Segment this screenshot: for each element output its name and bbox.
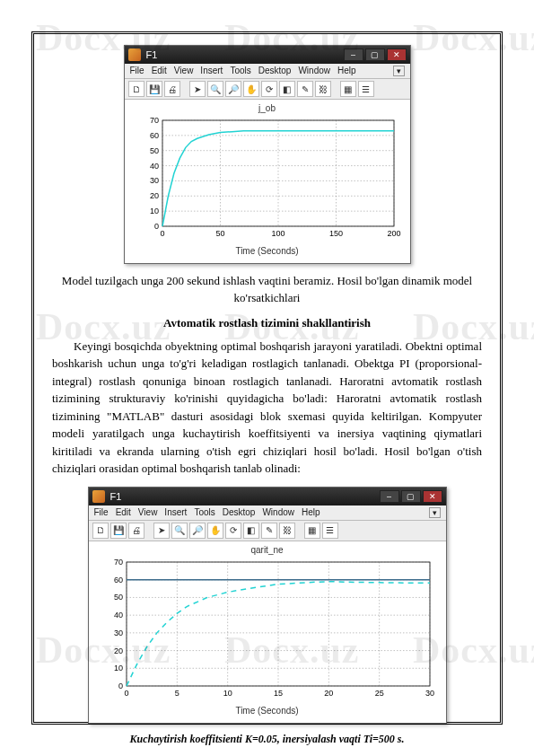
- svg-text:0: 0: [160, 229, 164, 238]
- zoom-in-icon[interactable]: 🔍: [171, 523, 188, 539]
- save-icon[interactable]: 💾: [110, 523, 127, 539]
- pointer-icon[interactable]: ➤: [153, 523, 170, 539]
- menubar: File Edit View Insert Tools Desktop Wind…: [125, 64, 410, 79]
- svg-text:10: 10: [223, 689, 232, 698]
- svg-text:0: 0: [153, 222, 158, 231]
- svg-rect-27: [127, 562, 430, 686]
- matlab-figure-window-1: F1 – ▢ ✕ File Edit View Insert Tools Des…: [124, 45, 411, 264]
- link-icon[interactable]: ⛓: [315, 81, 331, 97]
- menu-insert[interactable]: Insert: [200, 66, 223, 76]
- menu-file[interactable]: File: [94, 507, 109, 518]
- new-icon[interactable]: 🗋: [128, 81, 144, 97]
- colorbar-icon[interactable]: ▦: [304, 523, 320, 539]
- menu-desktop[interactable]: Desktop: [223, 507, 256, 518]
- window-title: F1: [146, 49, 158, 60]
- maximize-button[interactable]: ▢: [401, 490, 421, 503]
- menu-edit[interactable]: Edit: [116, 507, 131, 518]
- pan-icon[interactable]: ✋: [243, 81, 259, 97]
- menu-view[interactable]: View: [174, 66, 194, 76]
- minimize-button[interactable]: –: [380, 490, 399, 503]
- svg-text:50: 50: [113, 593, 122, 602]
- body-paragraph: Keyingi bosqichda obyektning optimal bos…: [52, 338, 482, 478]
- menu-edit[interactable]: Edit: [152, 66, 167, 76]
- titlebar[interactable]: F1 – ▢ ✕: [125, 46, 410, 64]
- colorbar-icon[interactable]: ▦: [340, 81, 356, 97]
- brush-icon[interactable]: ✎: [261, 523, 277, 539]
- menu-help[interactable]: Help: [302, 507, 320, 518]
- svg-text:30: 30: [425, 689, 433, 698]
- svg-text:50: 50: [149, 146, 158, 155]
- svg-text:40: 40: [149, 162, 158, 171]
- svg-text:10: 10: [113, 664, 122, 672]
- pointer-icon[interactable]: ➤: [189, 81, 206, 97]
- legend-icon[interactable]: ☰: [322, 523, 338, 539]
- menu-file[interactable]: File: [130, 66, 144, 76]
- menu-tools[interactable]: Tools: [194, 507, 214, 518]
- zoom-out-icon[interactable]: 🔎: [189, 523, 206, 539]
- rotate-icon[interactable]: ⟳: [261, 81, 277, 97]
- print-icon[interactable]: 🖨: [164, 81, 180, 97]
- menu-dock-icon[interactable]: ▾: [429, 507, 441, 518]
- save-icon[interactable]: 💾: [146, 81, 162, 97]
- rotate-icon[interactable]: ⟳: [225, 523, 241, 539]
- menu-window[interactable]: Window: [262, 507, 294, 518]
- svg-text:100: 100: [271, 229, 285, 238]
- pan-icon[interactable]: ✋: [207, 523, 223, 539]
- svg-text:60: 60: [113, 575, 122, 584]
- svg-text:30: 30: [113, 629, 122, 637]
- matlab-figure-window-2: F1 – ▢ ✕ File Edit View Insert Tools Des…: [88, 487, 447, 724]
- window-title: F1: [110, 491, 122, 502]
- new-icon[interactable]: 🗋: [92, 523, 109, 539]
- legend-icon[interactable]: ☰: [358, 81, 374, 97]
- plot-title: qarit_ne: [98, 545, 437, 555]
- menu-view[interactable]: View: [138, 507, 158, 518]
- figure-caption-2: Kuchaytirish koeffitsienti K=0.05, iners…: [52, 733, 482, 746]
- chart-2: 051015202530010203040506070: [98, 557, 437, 700]
- svg-text:25: 25: [374, 689, 383, 698]
- svg-text:0: 0: [118, 681, 122, 690]
- brush-icon[interactable]: ✎: [297, 81, 313, 97]
- matlab-icon: [92, 490, 105, 503]
- menu-desktop[interactable]: Desktop: [258, 66, 292, 76]
- svg-text:20: 20: [324, 689, 333, 698]
- toolbar: 🗋 💾 🖨 ➤ 🔍 🔎 ✋ ⟳ ◧ ✎ ⛓ ▦ ☰: [125, 79, 410, 100]
- link-icon[interactable]: ⛓: [279, 523, 295, 539]
- svg-text:20: 20: [149, 191, 158, 200]
- svg-text:30: 30: [149, 176, 158, 185]
- datacursor-icon[interactable]: ◧: [279, 81, 295, 97]
- menu-dock-icon[interactable]: ▾: [393, 66, 405, 76]
- plot-area: j_ob 050100150200010203040506070 Time (S…: [125, 100, 410, 263]
- chart-1: 050100150200010203040506070: [134, 115, 401, 241]
- menu-tools[interactable]: Tools: [230, 66, 250, 76]
- svg-text:150: 150: [328, 229, 342, 238]
- section-heading: Avtomatik rostlash tizimini shakllantiri…: [52, 316, 482, 330]
- svg-text:200: 200: [387, 229, 400, 238]
- plot-area: qarit_ne 051015202530010203040506070 Tim…: [89, 541, 446, 723]
- minimize-button[interactable]: –: [344, 48, 363, 61]
- zoom-in-icon[interactable]: 🔍: [207, 81, 223, 97]
- print-icon[interactable]: 🖨: [128, 523, 144, 539]
- svg-text:50: 50: [215, 229, 224, 238]
- menu-help[interactable]: Help: [337, 66, 356, 76]
- svg-text:70: 70: [113, 558, 122, 567]
- menu-insert[interactable]: Insert: [164, 507, 187, 518]
- svg-text:5: 5: [174, 689, 179, 698]
- svg-text:20: 20: [113, 646, 122, 655]
- plot-title: j_ob: [134, 103, 401, 113]
- x-axis-label: Time (Seconds): [98, 706, 437, 716]
- zoom-out-icon[interactable]: 🔎: [225, 81, 241, 97]
- maximize-button[interactable]: ▢: [365, 48, 385, 61]
- page-frame: F1 – ▢ ✕ File Edit View Insert Tools Des…: [31, 31, 503, 725]
- svg-text:40: 40: [113, 611, 122, 620]
- figure-caption-1: Model tuzilgach unga 200 sekund ishlash …: [52, 273, 482, 307]
- svg-text:60: 60: [149, 131, 158, 140]
- datacursor-icon[interactable]: ◧: [243, 523, 259, 539]
- svg-text:70: 70: [149, 116, 158, 125]
- matlab-icon: [128, 48, 141, 61]
- close-button[interactable]: ✕: [423, 490, 442, 503]
- toolbar: 🗋 💾 🖨 ➤ 🔍 🔎 ✋ ⟳ ◧ ✎ ⛓ ▦ ☰: [89, 521, 446, 541]
- close-button[interactable]: ✕: [387, 48, 407, 61]
- menu-window[interactable]: Window: [298, 66, 330, 76]
- titlebar[interactable]: F1 – ▢ ✕: [89, 488, 446, 505]
- menubar: File Edit View Insert Tools Desktop Wind…: [89, 505, 446, 521]
